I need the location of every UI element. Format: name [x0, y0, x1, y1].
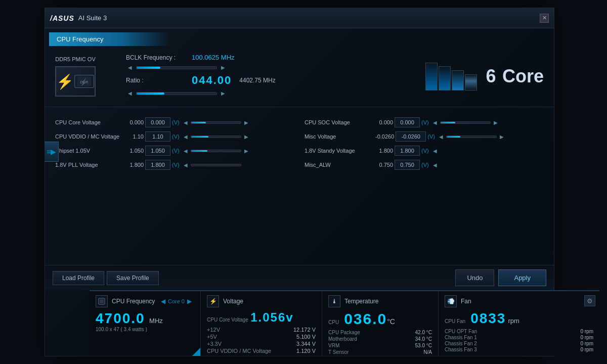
voltage-row-2: Chipset 1.05V 1.050 (V) ◀ ▶	[55, 146, 294, 156]
freq-value: 4402.75 MHz	[239, 77, 275, 84]
cpu-freq-panel: CPU Frequency ◀ Core 0 ▶ 4700.0 MHz 100.…	[90, 291, 201, 356]
undo-button[interactable]: Undo	[455, 269, 494, 286]
voltage-unit-0: (V)	[172, 119, 180, 125]
asus-logo: /ASUS	[50, 14, 74, 22]
voltage-input-r3[interactable]	[395, 160, 420, 170]
load-profile-button[interactable]: Load Profile	[53, 271, 104, 285]
temp-label-2: VRM	[328, 343, 339, 348]
vol-right-0[interactable]: ▶	[242, 119, 250, 126]
fan-panel: 💨 Fan ⚙ CPU Fan 0833 rpm CPU OPT Fan 0 r…	[439, 291, 599, 356]
core-nav-left[interactable]: ◀	[158, 297, 168, 306]
volt-val-0: 12.172 V	[293, 327, 316, 333]
temp-icon: 🌡	[328, 295, 340, 307]
vol-track-2[interactable]	[191, 150, 241, 152]
vol-track-0[interactable]	[191, 121, 241, 124]
sidebar-handle[interactable]: ≡▶	[45, 142, 59, 162]
voltage-base-2: 1.050	[126, 148, 144, 154]
cpu-temp-label: CPU	[328, 320, 339, 325]
voltage-row-r0: CPU SOC Voltage 0.000 (V) ◀ ▶	[305, 117, 544, 127]
ratio-slider-right[interactable]: ▶	[219, 89, 227, 97]
vol-left-0[interactable]: ◀	[182, 119, 190, 126]
ratio-slider-left[interactable]: ◀	[126, 89, 134, 97]
voltage-row-r2: 1.8V Standy Voltage 1.800 (V) ◀	[305, 146, 544, 156]
vol-left-3[interactable]: ◀	[182, 161, 190, 169]
voltage-header: ⚡ Voltage	[207, 295, 316, 307]
volt-label-3: CPU VDDIO / MC Voltage	[207, 348, 271, 354]
vol-left-r2[interactable]: ◀	[431, 147, 439, 155]
bclk-slider-right[interactable]: ▶	[219, 64, 227, 71]
vol-right-r0[interactable]: ▶	[492, 119, 500, 126]
temp-title: Temperature	[344, 298, 378, 305]
core-nav: ◀ Core 0 ▶	[158, 297, 194, 306]
vol-right-2[interactable]: ▶	[242, 147, 250, 155]
battery-bar-2	[439, 66, 451, 90]
voltage-icon: ⚡	[207, 295, 219, 307]
tri-arrow	[192, 348, 200, 356]
temp-row-0: CPU Package 42.0 °C	[328, 330, 432, 335]
apply-button[interactable]: Apply	[498, 269, 546, 286]
vol-track-r1[interactable]	[446, 135, 497, 138]
vol-track-r0[interactable]	[440, 121, 491, 124]
vol-right-r1[interactable]: ▶	[498, 133, 506, 141]
temp-header: 🌡 Temperature	[328, 295, 432, 307]
settings-button[interactable]: ⚙	[584, 295, 595, 306]
ratio-value: 044.00	[192, 74, 232, 87]
bclk-slider-track[interactable]	[136, 66, 217, 69]
voltage-row-3: 1.8V PLL Voltage 1.800 (V) ◀	[55, 160, 294, 170]
voltage-base-r1: -0.0260	[375, 133, 394, 140]
close-button[interactable]: ✕	[540, 14, 549, 23]
voltage-name-0: CPU Core Voltage	[55, 119, 126, 125]
voltage-row-0: CPU Core Voltage 0.000 (V) ◀ ▶	[55, 117, 294, 127]
bclk-slider-left[interactable]: ◀	[126, 64, 134, 71]
voltage-col-right: CPU SOC Voltage 0.000 (V) ◀ ▶ Misc Volta…	[305, 117, 544, 174]
app-title: AI Suite 3	[78, 14, 107, 22]
voltage-base-0: 0.000	[126, 119, 144, 125]
voltage-input-0[interactable]	[145, 117, 170, 127]
battery-bar-1	[425, 63, 438, 90]
fan-val-2: 0 rpm	[580, 341, 593, 346]
title-bar: /ASUS AI Suite 3 ✕	[45, 8, 554, 28]
voltage-panel: ⚡ Voltage CPU Core Voltage 1.056v +12V 1…	[201, 291, 322, 356]
status-bar: CPU Frequency ◀ Core 0 ▶ 4700.0 MHz 100.…	[90, 290, 599, 356]
cpu-freq-unit: MHz	[149, 317, 163, 325]
fan-row-1: Chassis Fan 1 0 rpm	[445, 335, 593, 340]
voltage-base-r2: 1.800	[375, 148, 393, 154]
vol-left-r0[interactable]: ◀	[431, 119, 439, 126]
ddr5-icon: DDR	[55, 66, 96, 97]
temp-label-3: T Sensor	[328, 349, 349, 355]
cpu-core-volt-value: 1.056v	[250, 310, 293, 324]
cpu-freq-value: 4700.0	[96, 310, 145, 326]
vol-right-1[interactable]: ▶	[242, 133, 250, 141]
voltage-input-3[interactable]	[145, 160, 170, 170]
vol-left-r1[interactable]: ◀	[437, 133, 445, 141]
voltage-input-2[interactable]	[145, 146, 170, 156]
voltage-unit-r3: (V)	[421, 162, 429, 168]
volt-val-2: 3.344 V	[296, 341, 316, 347]
voltage-input-r1[interactable]	[396, 131, 426, 142]
vol-track-1[interactable]	[191, 135, 241, 138]
volt-val-3: 1.120 V	[296, 348, 316, 354]
save-profile-button[interactable]: Save Profile	[107, 271, 159, 285]
vol-left-1[interactable]: ◀	[182, 133, 190, 141]
top-section: DDR5 PMIC OV DDR BCLK Frequency : 100.06…	[45, 46, 554, 107]
voltage-input-r2[interactable]	[395, 146, 420, 156]
voltage-name-2: Chipset 1.05V	[55, 148, 126, 154]
vol-track-3[interactable]	[191, 164, 241, 166]
fan-label-2: Chassis Fan 2	[445, 341, 477, 346]
cpu-temp-value: 036.0	[344, 310, 387, 328]
temp-label-1: Motherboard	[328, 336, 357, 342]
voltage-input-1[interactable]	[145, 131, 170, 142]
voltage-input-r0[interactable]	[395, 117, 420, 127]
vol-left-r3[interactable]: ◀	[431, 161, 439, 169]
fan-val-1: 0 rpm	[580, 335, 593, 340]
cpu-fan-label: CPU Fan	[445, 318, 465, 324]
voltage-row-r3: Misc_ALW 0.750 (V) ◀	[305, 160, 544, 170]
core-block: 6 Core	[425, 63, 544, 90]
fan-icon: 💨	[445, 295, 457, 307]
vol-left-2[interactable]: ◀	[182, 147, 190, 155]
ratio-slider-track[interactable]	[136, 92, 217, 95]
voltage-section: CPU Core Voltage 0.000 (V) ◀ ▶ CPU VDDIO…	[45, 112, 554, 179]
battery-bar-4	[465, 74, 477, 90]
fan-label-3: Chassis Fan 3	[445, 347, 477, 352]
core-nav-right[interactable]: ▶	[185, 297, 194, 306]
